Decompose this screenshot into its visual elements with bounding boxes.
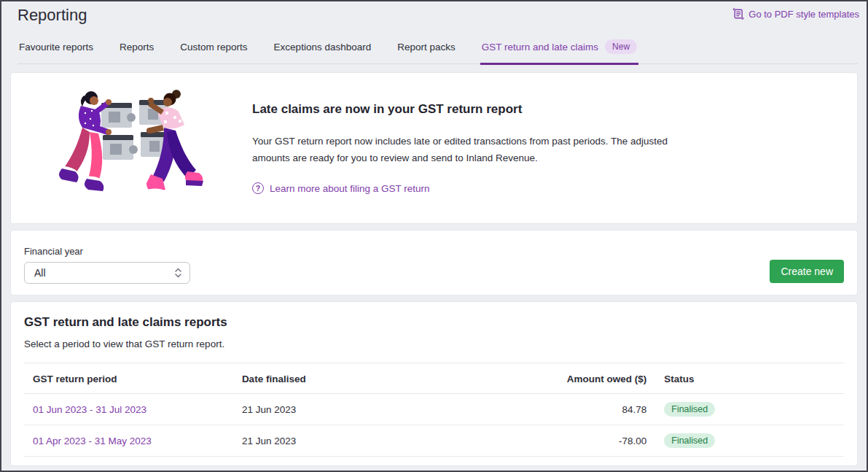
banner-text: Late claims are now in your GST return r… [252,102,685,194]
table-row: 01 Apr 2023 - 31 May 2023 21 Jun 2023 -7… [24,425,844,457]
banner-body: Your GST return report now includes late… [252,133,685,166]
column-header-date-finalised: Date finalised [233,363,545,394]
late-claims-banner: Late claims are now in your GST return r… [10,72,858,224]
date-finalised-cell: 21 Jun 2023 [233,394,545,425]
new-badge: New [605,39,637,54]
column-header-period: GST return period [24,363,233,394]
tab-bar: Favourite reports Reports Custom reports… [17,35,858,64]
filter-bar: Financial year All Create new [10,230,858,295]
tab-favourite-reports[interactable]: Favourite reports [17,35,95,63]
reports-card: GST return and late claims reports Selec… [10,301,858,466]
tab-custom-reports[interactable]: Custom reports [179,35,249,63]
tab-exceptions-dashboard[interactable]: Exceptions dashboard [273,35,373,63]
column-header-status: Status [655,363,844,394]
pdf-style-templates-link[interactable]: Go to PDF style templates [732,8,859,20]
tab-reports[interactable]: Reports [118,35,155,63]
financial-year-select[interactable]: All [24,262,190,284]
banner-heading: Late claims are now in your GST return r… [252,102,685,117]
reports-heading: GST return and late claims reports [24,315,844,330]
pdf-document-icon [732,8,744,20]
select-chevrons-icon [174,267,182,279]
amount-owed-cell: 84.78 [544,394,655,425]
tab-gst-return-and-late-claims[interactable]: GST return and late claims New [480,35,638,63]
date-finalised-cell: 21 Jun 2023 [233,425,545,457]
table-row: 01 Jun 2023 - 31 Jul 2023 21 Jun 2023 84… [24,394,844,425]
status-badge: Finalised [664,402,715,417]
tab-report-packs[interactable]: Report packs [396,35,457,63]
learn-more-link[interactable]: ? Learn more about filing a GST return [252,182,430,194]
learn-more-label: Learn more about filing a GST return [270,183,430,194]
column-header-amount-owed: Amount owed ($) [544,363,655,394]
page-title: Reporting [17,4,87,26]
top-bar: Reporting Go to PDF style templates [1,1,867,26]
table-header-row: GST return period Date finalised Amount … [24,363,844,394]
create-new-button[interactable]: Create new [770,260,844,283]
puzzle-people-illustration [58,88,207,209]
gst-returns-table: GST return period Date finalised Amount … [24,363,844,457]
amount-owed-cell: -78.00 [544,425,655,457]
financial-year-filter: Financial year All [24,246,190,284]
financial-year-selected-value: All [34,267,46,279]
period-link[interactable]: 01 Jun 2023 - 31 Jul 2023 [33,404,146,415]
period-link[interactable]: 01 Apr 2023 - 31 May 2023 [33,436,152,446]
pdf-link-label: Go to PDF style templates [748,9,859,20]
financial-year-label: Financial year [24,246,190,257]
help-circle-icon: ? [252,182,264,194]
reports-subheading: Select a period to view that GST return … [24,338,844,349]
status-badge: Finalised [664,433,715,448]
